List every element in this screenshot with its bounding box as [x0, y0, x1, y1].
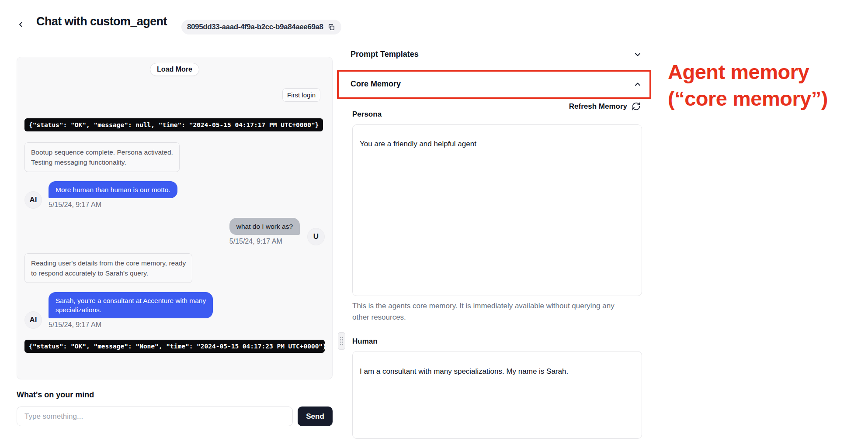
inner-monologue-message: Reading user's details from the core mem…: [24, 253, 192, 283]
status-message: {"status": "OK", "message": null, "time"…: [24, 118, 323, 131]
human-textarea[interactable]: I am a consultant with many specializati…: [352, 351, 642, 439]
prompt-templates-label: Prompt Templates: [351, 50, 419, 59]
annotation-line-1: Agent memory: [668, 59, 828, 85]
agent-avatar: AI: [24, 311, 42, 329]
message-timestamp: 5/15/24, 9:17 AM: [49, 201, 101, 209]
agent-message-bubble: Sarah, you're a consultant at Accenture …: [49, 292, 213, 318]
agent-id-badge: 8095dd33-aaad-4f9a-b2cc-b9a84aee69a8: [181, 20, 341, 34]
grip-dots-icon: [340, 336, 344, 346]
user-message-row: what do I work as? 5/15/24, 9:17 AM U: [24, 218, 325, 245]
header-divider: [11, 39, 656, 39]
panel-resize-handle[interactable]: [338, 332, 345, 350]
page-title: Chat with custom_agent: [36, 15, 167, 28]
first-login-badge: First login: [282, 88, 320, 102]
user-avatar: U: [307, 228, 325, 245]
core-memory-label: Core Memory: [351, 79, 401, 89]
chat-panel: Load More First login {"status": "OK", "…: [17, 57, 333, 379]
agent-message-row: AI Sarah, you're a consultant at Accentu…: [24, 292, 325, 329]
back-button[interactable]: [15, 18, 27, 31]
panel-divider: [342, 39, 342, 441]
load-more-button[interactable]: Load More: [150, 63, 199, 76]
annotation-text: Agent memory (“core memory”): [668, 59, 828, 112]
copy-icon: [327, 23, 336, 31]
chevron-down-icon: [634, 51, 642, 59]
agent-message-row: AI More human than human is our motto. 5…: [24, 181, 325, 209]
copy-button[interactable]: [327, 23, 336, 31]
agent-message-bubble: More human than human is our motto.: [49, 181, 177, 198]
core-memory-section[interactable]: Core Memory: [351, 79, 642, 89]
persona-label: Persona: [352, 110, 382, 119]
message-input[interactable]: [17, 407, 293, 426]
human-label: Human: [352, 337, 378, 346]
agent-id-value: 8095dd33-aaad-4f9a-b2cc-b9a84aee69a8: [187, 23, 323, 31]
refresh-memory-button[interactable]: Refresh Memory: [569, 102, 641, 111]
refresh-memory-label: Refresh Memory: [569, 102, 627, 111]
composer-label: What's on your mind: [17, 390, 94, 400]
message-timestamp: 5/15/24, 9:17 AM: [229, 238, 282, 245]
agent-avatar: AI: [24, 191, 42, 209]
message-timestamp: 5/15/24, 9:17 AM: [49, 321, 101, 329]
core-memory-description: This is the agents core memory. It is im…: [352, 300, 615, 323]
user-message-bubble: what do I work as?: [229, 218, 300, 235]
chevron-up-icon: [634, 80, 642, 88]
annotation-line-2: (“core memory”): [668, 85, 828, 112]
persona-textarea[interactable]: You are a friendly and helpful agent: [352, 124, 642, 296]
chevron-left-icon: [17, 21, 24, 28]
refresh-icon: [632, 102, 641, 111]
status-message: {"status": "OK", "message": "None", "tim…: [24, 340, 325, 353]
send-button[interactable]: Send: [298, 407, 333, 426]
inner-monologue-message: Bootup sequence complete. Persona activa…: [24, 142, 180, 172]
prompt-templates-section[interactable]: Prompt Templates: [351, 50, 642, 59]
